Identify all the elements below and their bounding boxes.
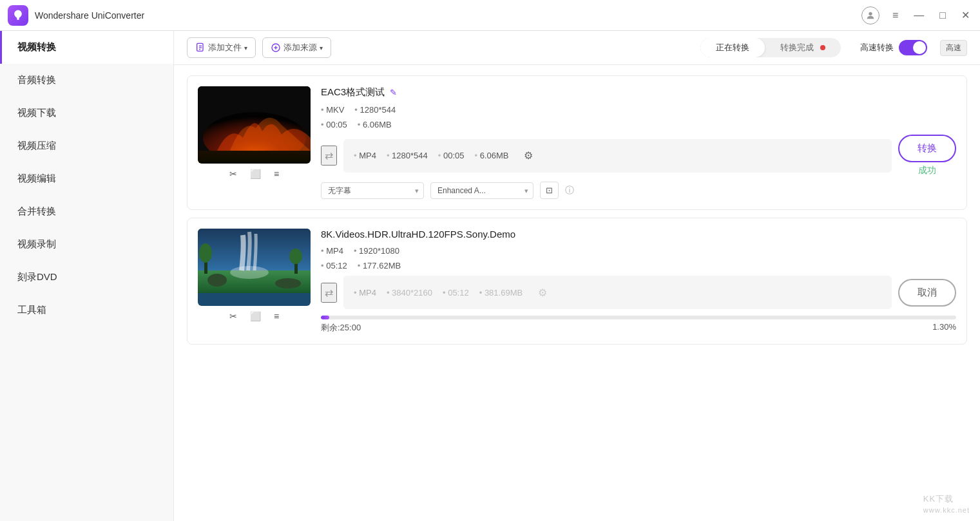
shuffle-button-2[interactable]: ⇄	[321, 283, 337, 303]
sidebar-item-video-download[interactable]: 视频下载	[0, 97, 173, 129]
sidebar-item-toolbox[interactable]: 工具箱	[0, 294, 173, 327]
speed-section: 高速转换	[860, 40, 927, 55]
thumbnail-1	[198, 86, 311, 164]
svg-point-13	[207, 274, 227, 287]
sidebar-item-video-edit[interactable]: 视频编辑	[0, 162, 173, 195]
trim-button-2[interactable]: ✂	[226, 310, 241, 323]
sidebar-item-video-convert[interactable]: 视频转换	[0, 31, 173, 64]
settings-button-1[interactable]: ⚙	[519, 147, 538, 164]
output-size-1: 6.06MB	[474, 151, 508, 160]
file-name-1: EAC3格式测试	[321, 86, 385, 99]
file-card-2: ✂ ⬜ ≡ 8K.Videos.HDR.UltraHD.120FPS.Sony.…	[187, 218, 967, 345]
file-info-2: 8K.Videos.HDR.UltraHD.120FPS.Sony.Demo M…	[321, 229, 956, 334]
shuffle-button-1[interactable]: ⇄	[321, 146, 337, 166]
progress-section-2: 剩余:25:00 1.30%	[321, 316, 956, 334]
add-file-icon	[195, 43, 206, 53]
file-meta-2: MP4 1920*1080	[321, 246, 956, 256]
tab-converting[interactable]: 正在转换	[700, 38, 765, 57]
convert-button-1[interactable]: 转换	[898, 135, 956, 162]
title-bar: Wondershare UniConverter ≡ — □ ✕	[0, 0, 980, 31]
chevron-down-icon-2: ▾	[320, 44, 323, 52]
speed-toggle[interactable]	[899, 40, 927, 55]
crop-button-1[interactable]: ⬜	[246, 167, 265, 180]
output-format-1: MP4	[354, 151, 376, 160]
toggle-knob	[913, 41, 926, 54]
source-duration-1: 00:05	[321, 120, 347, 129]
output-duration-2: 05:12	[443, 288, 469, 298]
thumb-controls-1: ✂ ⬜ ≡	[198, 164, 311, 184]
output-size-2: 381.69MB	[479, 288, 523, 298]
file-meta-1b: 00:05 6.06MB	[321, 120, 956, 129]
sidebar-item-video-compress[interactable]: 视频压缩	[0, 129, 173, 162]
source-format-1: MKV	[321, 105, 344, 115]
action-area-1: 转换 成功	[898, 135, 956, 176]
file-meta-1: MKV 1280*544	[321, 105, 956, 115]
thumb-section-2: ✂ ⬜ ≡	[198, 229, 311, 327]
file-name-row-2: 8K.Videos.HDR.UltraHD.120FPS.Sony.Demo	[321, 229, 956, 240]
svg-point-18	[289, 249, 302, 264]
subtitle-select-1[interactable]: 无字幕	[321, 182, 424, 199]
subtitle-icon-button-1[interactable]: ⊡	[540, 182, 559, 199]
audio-select-1[interactable]: Enhanced A...	[430, 182, 533, 199]
edit-icon-1[interactable]: ✎	[390, 88, 397, 97]
trim-button-1[interactable]: ✂	[226, 167, 241, 180]
watermark: KK下载www.kkc.net	[923, 493, 970, 515]
more-button-1[interactable]: ≡	[270, 167, 283, 180]
logo-icon	[12, 9, 24, 22]
info-icon-button-1[interactable]: ⓘ	[565, 185, 574, 196]
source-resolution-2: 1920*1080	[354, 246, 399, 256]
user-icon	[865, 10, 876, 21]
tab-completed[interactable]: 转换完成	[765, 38, 841, 57]
add-source-button[interactable]: 添加来源 ▾	[262, 37, 331, 58]
maximize-button[interactable]: □	[937, 7, 948, 24]
thumb-visual-2	[198, 229, 311, 293]
main-layout: 视频转换 音频转换 视频下载 视频压缩 视频编辑 合并转换 视频录制 刻录DVD…	[0, 31, 980, 521]
sidebar: 视频转换 音频转换 视频下载 视频压缩 视频编辑 合并转换 视频录制 刻录DVD…	[0, 31, 174, 521]
menu-button[interactable]: ≡	[890, 7, 901, 24]
source-resolution-1: 1280*544	[354, 105, 396, 115]
svg-point-12	[230, 266, 269, 279]
output-section-1: ⇄ MP4 1280*544 00:05 6.06MB ⚙ 转换 成功	[321, 135, 956, 176]
crop-button-2[interactable]: ⬜	[246, 310, 265, 323]
speed-badge: 高速	[940, 40, 967, 56]
file-card-1: ✂ ⬜ ≡ EAC3格式测试 ✎ MKV 1280*544	[187, 75, 967, 210]
audio-select-wrap: Enhanced A...	[430, 182, 533, 199]
completed-indicator	[820, 45, 825, 50]
more-button-2[interactable]: ≡	[270, 310, 283, 323]
profile-icon[interactable]	[861, 6, 879, 24]
svg-point-14	[275, 278, 301, 289]
sidebar-item-audio-convert[interactable]: 音频转换	[0, 64, 173, 97]
file-list: ✂ ⬜ ≡ EAC3格式测试 ✎ MKV 1280*544	[174, 65, 980, 521]
thumb-section-1: ✂ ⬜ ≡	[198, 86, 311, 184]
file-meta-2b: 05:12 177.62MB	[321, 261, 956, 270]
app-title: Wondershare UniConverter	[35, 10, 861, 21]
close-button[interactable]: ✕	[959, 6, 972, 24]
output-info-2: MP4 3840*2160 05:12 381.69MB ⚙	[343, 276, 892, 309]
source-size-1: 6.06MB	[358, 120, 392, 129]
subtitle-row-1: 无字幕 Enhanced A... ⊡ ⓘ	[321, 182, 956, 199]
progress-percent-2: 1.30%	[932, 322, 956, 334]
svg-point-16	[199, 243, 212, 263]
settings-button-2[interactable]: ⚙	[533, 284, 552, 301]
output-resolution-2: 3840*2160	[387, 288, 432, 298]
thumb-visual-1	[198, 86, 311, 151]
remain-text-2: 剩余:25:00	[321, 322, 361, 334]
sidebar-item-video-record[interactable]: 视频录制	[0, 228, 173, 261]
progress-bar-2	[321, 316, 956, 319]
content-area: 添加文件 ▾ 添加来源 ▾ 正在转换 转换完成	[174, 31, 980, 521]
source-duration-2: 05:12	[321, 261, 347, 270]
sidebar-item-merge-convert[interactable]: 合并转换	[0, 195, 173, 228]
source-size-2: 177.62MB	[358, 261, 401, 270]
progress-fill-2	[321, 316, 329, 319]
svg-point-0	[869, 12, 872, 15]
add-source-icon	[271, 43, 281, 53]
add-file-button[interactable]: 添加文件 ▾	[187, 37, 256, 58]
subtitle-select-wrap: 无字幕	[321, 182, 424, 199]
minimize-button[interactable]: —	[911, 7, 927, 24]
sidebar-item-burn-dvd[interactable]: 刻录DVD	[0, 261, 173, 294]
title-controls: ≡ — □ ✕	[861, 6, 972, 24]
output-resolution-1: 1280*544	[387, 151, 428, 160]
toolbar: 添加文件 ▾ 添加来源 ▾ 正在转换 转换完成	[174, 31, 980, 65]
cancel-button-2[interactable]: 取消	[898, 279, 956, 307]
output-section-2: ⇄ MP4 3840*2160 05:12 381.69MB ⚙ 取消	[321, 276, 956, 309]
